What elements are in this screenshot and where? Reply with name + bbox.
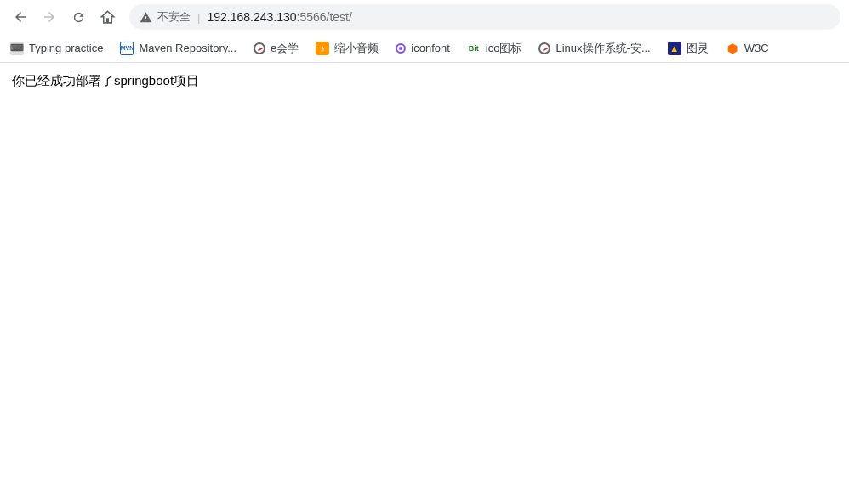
home-button[interactable] — [95, 5, 119, 29]
bookmark-label: Linux操作系统-安... — [556, 41, 650, 56]
url-text: 192.168.243.130:5566/test/ — [207, 10, 352, 24]
bookmark-label: Typing practice — [29, 42, 103, 54]
bookmark-icon: ▲ — [668, 42, 681, 55]
bookmark-label: iconfont — [411, 42, 450, 54]
bookmark-iconfont[interactable]: iconfont — [396, 42, 450, 54]
bookmark-icon: MVN — [120, 42, 134, 55]
bookmark-icon: Bit — [467, 42, 481, 55]
bookmark-audio[interactable]: ♪ 缩小音频 — [316, 41, 379, 56]
bookmark-icon — [538, 42, 550, 54]
back-button[interactable] — [9, 5, 32, 29]
bookmark-label: W3C — [744, 42, 769, 54]
bookmark-typing-practice[interactable]: ⌨ Typing practice — [10, 42, 103, 55]
warning-icon — [140, 11, 152, 24]
bookmark-linux[interactable]: Linux操作系统-安... — [538, 41, 650, 56]
bookmark-label: 缩小音频 — [334, 41, 379, 56]
bookmarks-bar: ⌨ Typing practice MVN Maven Repository..… — [0, 34, 849, 63]
bookmark-icon: ⬢ — [726, 42, 739, 55]
address-divider: | — [197, 11, 200, 24]
bookmark-label: Maven Repository... — [139, 42, 236, 54]
security-label: 不安全 — [157, 9, 191, 25]
bookmark-tuling[interactable]: ▲ 图灵 — [668, 41, 709, 56]
forward-button[interactable] — [37, 5, 61, 29]
bookmark-w3c[interactable]: ⬢ W3C — [726, 42, 769, 55]
security-indicator[interactable]: 不安全 — [140, 9, 191, 25]
bookmark-ehuixue[interactable]: e会学 — [254, 41, 299, 56]
bookmark-icon: ⌨ — [10, 42, 24, 55]
bookmark-icon: ♪ — [316, 42, 329, 55]
browser-toolbar: 不安全 | 192.168.243.130:5566/test/ — [0, 0, 849, 34]
bookmark-ico[interactable]: Bit ico图标 — [467, 41, 522, 56]
bookmark-maven-repository[interactable]: MVN Maven Repository... — [120, 42, 236, 55]
bookmark-label: ico图标 — [486, 41, 522, 56]
address-bar[interactable]: 不安全 | 192.168.243.130:5566/test/ — [129, 4, 840, 30]
bookmark-label: e会学 — [271, 41, 299, 56]
bookmark-label: 图灵 — [687, 41, 709, 56]
bookmark-icon — [254, 42, 265, 54]
bookmark-icon — [396, 43, 406, 54]
success-message: 你已经成功部署了springboot项目 — [12, 73, 199, 88]
reload-button[interactable] — [66, 5, 90, 29]
page-content: 你已经成功部署了springboot项目 — [0, 63, 849, 99]
